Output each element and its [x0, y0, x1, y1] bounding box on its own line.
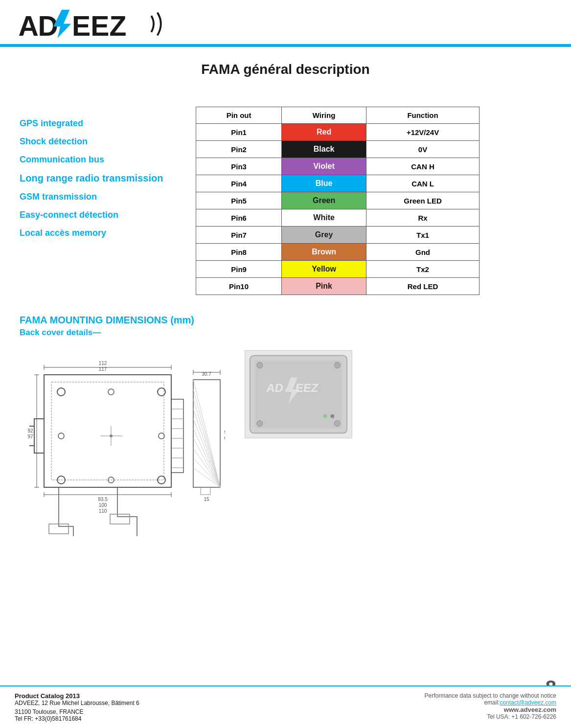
performance-note: Performance data subject to change witho…	[425, 692, 557, 699]
feature-list: GPS integrated Shock détection Communica…	[20, 107, 176, 295]
feature-shock: Shock détection	[20, 135, 176, 149]
table-row: Pin1Red+12V/24V	[196, 124, 480, 141]
svg-point-67	[334, 363, 340, 368]
svg-point-68	[257, 421, 263, 427]
svg-text:A: A	[18, 10, 38, 39]
svg-text:EEZ: EEZ	[295, 381, 319, 394]
page-title-section: FAMA général description	[0, 47, 571, 92]
svg-text:112: 112	[99, 361, 107, 366]
svg-rect-5	[51, 382, 164, 480]
feature-gps: GPS integrated	[20, 116, 176, 131]
pin-function: Tx2	[366, 261, 480, 278]
city-address: 31100 Toulouse, FRANCE	[15, 708, 139, 715]
pin-table: Pin out Wiring Function Pin1Red+12V/24VP…	[196, 107, 480, 295]
diagrams-area: 112 117 92 97 83.5 100 110	[0, 350, 571, 558]
col-header-wiring: Wiring	[282, 107, 366, 124]
pin-function: Gnd	[366, 244, 480, 261]
back-cover-title: Back cover details—	[20, 328, 551, 338]
svg-line-51	[193, 429, 220, 487]
svg-rect-4	[44, 375, 171, 487]
table-row: Pin10PinkRed LED	[196, 278, 480, 295]
table-row: Pin2Black0V	[196, 141, 480, 158]
svg-point-10	[108, 389, 114, 395]
pin-number: Pin8	[196, 244, 282, 261]
wiring-color: Yellow	[282, 261, 366, 278]
pin-number: Pin6	[196, 209, 282, 227]
table-row: Pin9YellowTx2	[196, 261, 480, 278]
pin-function: +12V/24V	[366, 124, 480, 141]
svg-text:100: 100	[99, 502, 107, 508]
svg-text:97: 97	[27, 434, 33, 439]
product-photo: AD EEZ	[245, 350, 352, 438]
svg-line-50	[193, 419, 220, 487]
mounting-diagram-svg: 112 117 92 97 83.5 100 110	[20, 350, 225, 546]
pin-number: Pin2	[196, 141, 282, 158]
tel-usa: Tel USA: +1 602-726-6226	[425, 713, 557, 720]
email-link[interactable]: contact@adveez.com	[500, 699, 556, 706]
svg-line-49	[193, 409, 220, 487]
svg-line-48	[193, 399, 220, 487]
feature-long-range: Long range radio transmission	[20, 170, 176, 186]
mounting-title: FAMA MOUNTING DIMENSIONS (mm)	[20, 315, 551, 326]
svg-point-66	[257, 363, 263, 368]
svg-line-46	[193, 380, 220, 487]
svg-point-69	[334, 421, 340, 427]
wiring-color: Green	[282, 192, 366, 209]
mounting-section: FAMA MOUNTING DIMENSIONS (mm) Back cover…	[0, 305, 571, 350]
svg-rect-62	[201, 487, 210, 495]
pin-function: Green LED	[366, 192, 480, 209]
svg-text:110: 110	[99, 508, 107, 514]
logo-container: A D EEZ	[15, 9, 556, 39]
table-row: Pin5GreenGreen LED	[196, 192, 480, 209]
header: A D EEZ	[0, 0, 571, 46]
company-address: ADVEEZ, 12 Rue Michel Labrousse, Bâtimen…	[15, 700, 139, 706]
footer-left: Product Catalog 2013 ADVEEZ, 12 Rue Mich…	[15, 692, 139, 722]
feature-easy-connect: Easy-connect détection	[20, 208, 176, 222]
table-row: Pin6WhiteRx	[196, 209, 480, 227]
pin-function: Rx	[366, 209, 480, 227]
wiring-color: Violet	[282, 158, 366, 175]
wiring-color: White	[282, 209, 366, 227]
svg-line-52	[193, 438, 220, 487]
svg-text:53.4: 53.4	[224, 430, 225, 434]
feature-gsm: GSM transmission	[20, 190, 176, 204]
page-title: FAMA général description	[0, 62, 571, 77]
svg-point-12	[58, 433, 64, 439]
diagram-right: AD EEZ	[245, 350, 352, 438]
catalog-label: Product Catalog 2013	[15, 692, 139, 700]
table-row: Pin7GreyTx1	[196, 227, 480, 244]
table-row: Pin3VioletCAN H	[196, 158, 480, 175]
feature-local-memory: Local accès memory	[20, 226, 176, 240]
svg-text:83.5: 83.5	[98, 497, 108, 502]
pin-function: Red LED	[366, 278, 480, 295]
col-header-pin: Pin out	[196, 107, 282, 124]
svg-text:EEZ: EEZ	[72, 10, 126, 39]
feature-comm-bus: Communication bus	[20, 153, 176, 167]
logo-image: A D EEZ	[15, 9, 171, 39]
email-line: email:contact@adveez.com	[425, 699, 557, 706]
footer-right: Performance data subject to change witho…	[425, 692, 557, 720]
email-label: email:	[484, 699, 500, 706]
wiring-color: Red	[282, 124, 366, 141]
wiring-color: Black	[282, 141, 366, 158]
wiring-color: Blue	[282, 175, 366, 192]
pin-table-container: Pin out Wiring Function Pin1Red+12V/24VP…	[196, 107, 551, 295]
pin-number: Pin7	[196, 227, 282, 244]
svg-point-16	[110, 434, 113, 437]
pin-function: 0V	[366, 141, 480, 158]
svg-point-6	[57, 388, 65, 396]
table-row: Pin4BlueCAN L	[196, 175, 480, 192]
product-svg: AD EEZ	[245, 350, 352, 438]
website: www.adveez.com	[425, 706, 557, 713]
table-row: Pin8BrownGnd	[196, 244, 480, 261]
svg-point-73	[323, 414, 327, 418]
pin-number: Pin5	[196, 192, 282, 209]
wiring-color: Pink	[282, 278, 366, 295]
svg-text:62.5: 62.5	[224, 435, 225, 440]
pin-function: CAN L	[366, 175, 480, 192]
wiring-color: Grey	[282, 227, 366, 244]
svg-point-74	[330, 414, 334, 418]
svg-text:117: 117	[99, 366, 107, 372]
svg-text:AD: AD	[266, 381, 284, 394]
pin-number: Pin10	[196, 278, 282, 295]
